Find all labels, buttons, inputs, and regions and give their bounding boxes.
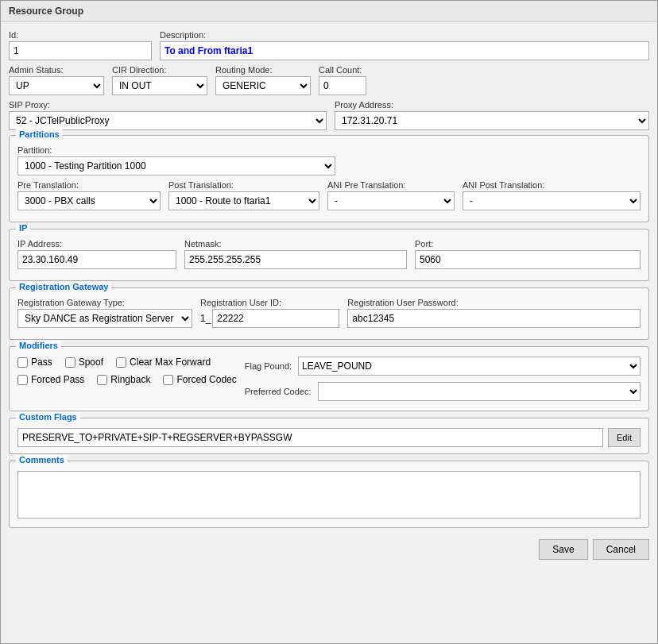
- netmask-input[interactable]: [184, 250, 407, 269]
- id-input[interactable]: [9, 41, 152, 60]
- partition-select[interactable]: 1000 - Testing Partition 1000: [17, 156, 335, 175]
- save-button[interactable]: Save: [539, 539, 587, 560]
- reg-gateway-type-label: Registration Gateway Type:: [17, 298, 192, 307]
- post-translation-field: Post Translation: 1000 - Route to ftaria…: [168, 180, 319, 210]
- id-description-row: Id: Description:: [9, 30, 649, 60]
- reg-user-id-field: Registration User ID: 1_: [200, 298, 339, 328]
- resource-group-window: Resource Group Id: Description: Admin St…: [0, 0, 658, 644]
- admin-status-label: Admin Status:: [9, 65, 104, 75]
- forced-codec-label: Forced Codec: [176, 374, 236, 385]
- custom-flags-legend: Custom Flags: [16, 412, 80, 422]
- partition-row: Partition: 1000 - Testing Partition 1000: [17, 145, 641, 175]
- ani-pre-translation-field: ANI Pre Translation: -: [327, 180, 455, 210]
- reg-gateway-type-select[interactable]: Sky DANCE as Registration Server: [17, 309, 192, 328]
- admin-status-field: Admin Status: UP: [9, 65, 104, 95]
- comments-section: Comments: [9, 461, 649, 528]
- post-translation-select[interactable]: 1000 - Route to ftaria1: [168, 191, 319, 210]
- cir-direction-field: CIR Direction: IN OUT: [112, 65, 207, 95]
- proxy-address-label: Proxy Address:: [335, 100, 649, 110]
- proxy-address-select[interactable]: 172.31.20.71: [335, 111, 649, 130]
- ringback-label: Ringback: [110, 374, 150, 385]
- pass-checkbox[interactable]: [17, 357, 28, 368]
- reg-user-id-label: Registration User ID:: [200, 298, 339, 307]
- ringback-checkbox-item: Ringback: [97, 374, 150, 385]
- admin-status-select[interactable]: UP: [9, 76, 104, 95]
- ani-post-translation-label: ANI Post Translation:: [463, 180, 641, 190]
- ip-legend: IP: [16, 223, 30, 233]
- port-field: Port:: [415, 239, 641, 269]
- flag-pound-select[interactable]: LEAVE_POUND: [298, 357, 641, 376]
- forced-pass-checkbox[interactable]: [17, 375, 28, 385]
- spoof-checkbox-item: Spoof: [65, 357, 103, 368]
- partition-label: Partition:: [17, 145, 335, 155]
- custom-flags-row: Edit: [17, 428, 641, 447]
- reg-gateway-section: Registration Gateway Registration Gatewa…: [9, 287, 649, 340]
- reg-user-id-input[interactable]: [212, 309, 339, 328]
- ip-address-field: IP Address:: [17, 239, 176, 269]
- status-row: Admin Status: UP CIR Direction: IN OUT R…: [9, 65, 649, 95]
- cancel-button[interactable]: Cancel: [593, 539, 649, 560]
- spoof-checkbox[interactable]: [65, 357, 75, 368]
- translation-row: Pre Translation: 3000 - PBX calls Post T…: [17, 180, 641, 210]
- proxy-address-field: Proxy Address: 172.31.20.71: [335, 100, 649, 130]
- id-field: Id:: [9, 30, 152, 60]
- routing-mode-field: Routing Mode: GENERIC: [215, 65, 311, 95]
- comments-textarea[interactable]: [17, 471, 641, 519]
- ani-post-translation-select[interactable]: -: [463, 191, 641, 210]
- pre-translation-select[interactable]: 3000 - PBX calls: [17, 191, 161, 210]
- pre-translation-label: Pre Translation:: [17, 180, 161, 190]
- custom-flags-input[interactable]: [17, 428, 603, 447]
- modifiers-section: Modifiers Pass Spoof: [9, 346, 649, 411]
- port-input[interactable]: [415, 250, 641, 269]
- ani-pre-translation-label: ANI Pre Translation:: [327, 180, 455, 190]
- spoof-label: Spoof: [79, 357, 103, 368]
- routing-mode-select[interactable]: GENERIC: [215, 76, 311, 95]
- reg-user-password-label: Registration User Password:: [347, 298, 641, 307]
- cir-direction-select[interactable]: IN OUT: [112, 76, 207, 95]
- cir-direction-label: CIR Direction:: [112, 65, 207, 75]
- call-count-label: Call Count:: [319, 65, 366, 75]
- description-label: Description:: [160, 30, 649, 40]
- custom-flags-section: Custom Flags Edit: [9, 418, 649, 454]
- forced-codec-checkbox-item: Forced Codec: [163, 374, 236, 385]
- ani-pre-translation-select[interactable]: -: [327, 191, 455, 210]
- post-translation-label: Post Translation:: [168, 180, 319, 190]
- sip-proxy-field: SIP Proxy: 52 - JCTelPublicProxy: [9, 100, 327, 130]
- bottom-buttons: Save Cancel: [9, 534, 649, 563]
- netmask-field: Netmask:: [184, 239, 407, 269]
- forced-codec-checkbox[interactable]: [163, 375, 173, 385]
- reg-user-password-field: Registration User Password:: [347, 298, 641, 328]
- call-count-input[interactable]: [319, 76, 366, 95]
- reg-user-id-prefix: 1_: [200, 313, 211, 324]
- description-input[interactable]: [160, 41, 649, 60]
- sip-proxy-select[interactable]: 52 - JCTelPublicProxy: [9, 111, 327, 130]
- netmask-label: Netmask:: [184, 239, 407, 249]
- clear-max-forward-label: Clear Max Forward: [130, 357, 211, 368]
- modifiers-legend: Modifiers: [16, 341, 61, 350]
- forced-pass-checkbox-item: Forced Pass: [17, 374, 84, 385]
- sip-proxy-row: SIP Proxy: 52 - JCTelPublicProxy Proxy A…: [9, 100, 649, 130]
- call-count-field: Call Count:: [319, 65, 366, 95]
- modifiers-row1: Pass Spoof Clear Max Forward: [17, 357, 237, 368]
- reg-gateway-row: Registration Gateway Type: Sky DANCE as …: [17, 298, 641, 328]
- flag-pound-label: Flag Pound:: [245, 361, 292, 371]
- clear-max-forward-checkbox[interactable]: [116, 357, 126, 368]
- reg-user-password-input[interactable]: [347, 309, 641, 328]
- preferred-codec-row: Preferred Codec:: [245, 382, 641, 401]
- partitions-section: Partitions Partition: 1000 - Testing Par…: [9, 135, 649, 222]
- pass-checkbox-item: Pass: [17, 357, 52, 368]
- reg-gateway-legend: Registration Gateway: [16, 282, 111, 291]
- ringback-checkbox[interactable]: [97, 375, 107, 385]
- description-field: Description:: [160, 30, 649, 60]
- ip-address-input[interactable]: [17, 250, 176, 269]
- forced-pass-label: Forced Pass: [31, 374, 84, 385]
- clear-max-forward-checkbox-item: Clear Max Forward: [116, 357, 211, 368]
- edit-button[interactable]: Edit: [608, 428, 641, 447]
- preferred-codec-select[interactable]: [318, 382, 641, 401]
- partition-field: Partition: 1000 - Testing Partition 1000: [17, 145, 335, 175]
- ip-section: IP IP Address: Netmask: Port:: [9, 229, 649, 281]
- sip-proxy-label: SIP Proxy:: [9, 100, 327, 110]
- pre-translation-field: Pre Translation: 3000 - PBX calls: [17, 180, 161, 210]
- window-title: Resource Group: [1, 1, 657, 22]
- ip-row: IP Address: Netmask: Port:: [17, 239, 641, 269]
